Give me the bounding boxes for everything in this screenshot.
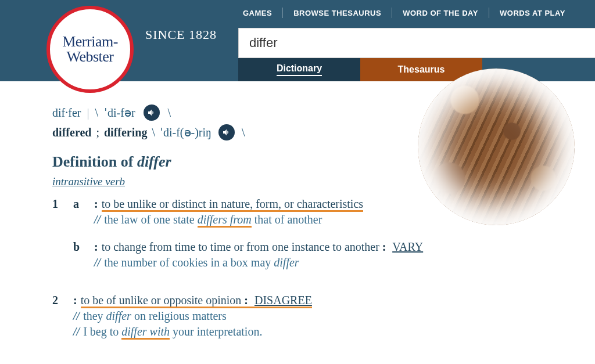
form-differing: differing bbox=[104, 126, 147, 139]
top-nav: GAMES BROWSE THESAURUS WORD OF THE DAY W… bbox=[232, 5, 589, 21]
search-bar bbox=[238, 28, 595, 58]
synonym-disagree[interactable]: DISAGREE bbox=[255, 294, 312, 307]
form-sep: ; bbox=[96, 126, 99, 139]
sense-letter-b: b bbox=[73, 240, 94, 269]
pronunciation-close: \ bbox=[168, 106, 171, 120]
sense-2-example-1: //they differ on religious matters bbox=[73, 309, 543, 323]
part-of-speech[interactable]: intransitive verb bbox=[52, 175, 125, 188]
nav-words-at-play[interactable]: WORDS AT PLAY bbox=[489, 9, 576, 17]
nav-browse-thesaurus[interactable]: BROWSE THESAURUS bbox=[283, 9, 392, 17]
speaker-icon bbox=[147, 108, 156, 117]
form-differed: differed bbox=[52, 126, 91, 139]
separator-pipe: | bbox=[87, 106, 89, 120]
sense-2-example-2: //I beg to differ with your interpretati… bbox=[73, 325, 543, 338]
brand-line-1: Merriam- bbox=[62, 34, 118, 49]
pronunciation-open: \ bbox=[95, 106, 98, 120]
sense-number-2: 2 bbox=[52, 294, 73, 338]
brand-line-2: Webster bbox=[66, 49, 113, 64]
pronunciation-open-2: \ bbox=[152, 126, 155, 139]
sense-1b: b :to change from time to time or from o… bbox=[52, 240, 543, 269]
syllables-line: dif·fer | \ ˈdi-fər \ bbox=[52, 104, 543, 121]
sense-1b-example: //the number of cookies in a box may dif… bbox=[94, 256, 543, 269]
sense-2: 2 :to be of unlike or opposite opinion :… bbox=[52, 294, 543, 338]
sense-letter-a: a bbox=[73, 197, 94, 226]
entry-content: dif·fer | \ ˈdi-fər \ differed; differin… bbox=[0, 81, 595, 338]
inflected-forms: differed; differing \ ˈdi-f(ə-)riŋ \ bbox=[52, 124, 543, 140]
pronunciation-1: ˈdi-fər bbox=[104, 106, 135, 120]
speaker-icon bbox=[222, 128, 231, 137]
audio-button-2[interactable] bbox=[218, 124, 235, 140]
pronunciation-close-2: \ bbox=[242, 126, 245, 139]
sense-1a-example: //the law of one state differs from that… bbox=[94, 213, 543, 226]
sense-1a: 1 a :to be unlike or distinct in nature,… bbox=[52, 197, 543, 226]
sense-2-definition: :to be of unlike or opposite opinion : D… bbox=[73, 294, 543, 307]
nav-word-of-the-day[interactable]: WORD OF THE DAY bbox=[392, 9, 489, 17]
senses: 1 a :to be unlike or distinct in nature,… bbox=[52, 197, 543, 338]
tab-dictionary[interactable]: Dictionary bbox=[238, 58, 360, 81]
synonym-vary[interactable]: VARY bbox=[392, 240, 423, 253]
nav-games[interactable]: GAMES bbox=[232, 9, 282, 17]
search-input[interactable] bbox=[249, 35, 585, 51]
sense-1a-definition: :to be unlike or distinct in nature, for… bbox=[94, 197, 543, 211]
brand-since: SINCE 1828 bbox=[145, 27, 217, 42]
search-tabs: Dictionary Thesaurus bbox=[238, 58, 482, 81]
audio-button-1[interactable] bbox=[144, 104, 160, 121]
sense-1b-definition: :to change from time to time or from one… bbox=[94, 240, 543, 254]
pronunciation-2: ˈdi-f(ə-)riŋ bbox=[160, 125, 212, 139]
sense-number-1: 1 bbox=[52, 197, 73, 226]
definition-heading: Definition of differ bbox=[52, 153, 543, 171]
syllables: dif·fer bbox=[52, 106, 81, 120]
brand-area: Merriam- Webster SINCE 1828 bbox=[46, 6, 217, 93]
mw-logo[interactable]: Merriam- Webster bbox=[46, 6, 134, 93]
